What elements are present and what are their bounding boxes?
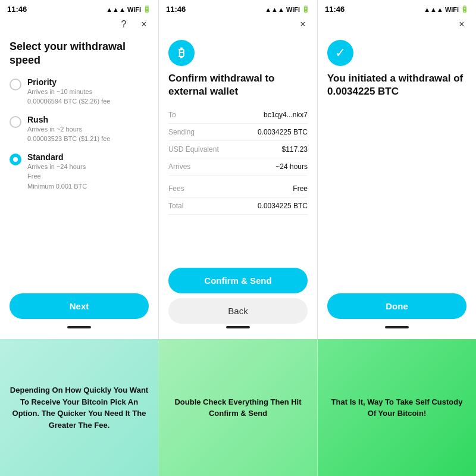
status-time-3: 11:46 bbox=[325, 5, 345, 14]
battery-icon-3: 🔋 bbox=[461, 5, 469, 13]
close-icon-1[interactable]: × bbox=[137, 17, 151, 32]
option-priority[interactable]: Priority Arrives in ~10 minutes0.0000659… bbox=[10, 77, 149, 107]
option-standard-text: Standard Arrives in ~24 hoursFreeMinimum… bbox=[27, 152, 87, 192]
priority-label: Priority bbox=[27, 77, 110, 87]
status-icons-1: ▲▲▲ WiFi 🔋 bbox=[106, 5, 151, 13]
screen-withdrawal-speed: 11:46 ▲▲▲ WiFi 🔋 ? × Select your withdra… bbox=[0, 0, 159, 339]
detail-fees: Fees Free bbox=[168, 180, 308, 198]
detail-arrives-label: Arrives bbox=[168, 162, 190, 171]
signal-icon: ▲▲▲ bbox=[106, 6, 126, 13]
radio-rush[interactable] bbox=[10, 116, 21, 128]
bottom-panel-3: That Is It, Way To Take Self Custody Of … bbox=[318, 339, 476, 476]
screen3-header: × bbox=[318, 16, 476, 35]
done-button[interactable]: Done bbox=[327, 293, 466, 319]
screen1-footer: Next bbox=[0, 289, 158, 339]
option-standard[interactable]: Standard Arrives in ~24 hoursFreeMinimum… bbox=[10, 152, 149, 192]
withdrawal-speed-title: Select your withdrawal speed bbox=[10, 40, 149, 68]
radio-standard[interactable] bbox=[10, 154, 21, 165]
detail-arrives-value: ~24 hours bbox=[275, 162, 308, 171]
bottom-text-3: That Is It, Way To Take Self Custody Of … bbox=[327, 396, 466, 419]
status-bar-2: 11:46 ▲▲▲ WiFi 🔋 bbox=[159, 0, 317, 16]
confirm-send-button[interactable]: Confirm & Send bbox=[168, 268, 308, 293]
signal-icon-2: ▲▲▲ bbox=[265, 6, 284, 13]
priority-desc: Arrives in ~10 minutes0.00006594 BTC ($2… bbox=[27, 87, 110, 107]
detail-usd-value: $117.23 bbox=[282, 145, 308, 154]
detail-total: Total 0.0034225 BTC bbox=[168, 198, 308, 215]
detail-to-label: To bbox=[168, 111, 176, 119]
signal-icon-3: ▲▲▲ bbox=[424, 6, 443, 13]
screen1-content: Select your withdrawal speed Priority Ar… bbox=[0, 35, 158, 289]
status-time-2: 11:46 bbox=[166, 5, 186, 14]
battery-icon-2: 🔋 bbox=[302, 5, 310, 13]
radio-priority[interactable] bbox=[10, 79, 21, 90]
rush-label: Rush bbox=[27, 115, 110, 124]
screen2-footer: Confirm & Send Back bbox=[159, 263, 317, 339]
home-indicator-3 bbox=[385, 326, 409, 328]
screen3-footer: Done bbox=[318, 289, 476, 339]
screen-withdrawal-initiated: 11:46 ▲▲▲ WiFi 🔋 × ✓ You initiated a wit… bbox=[318, 0, 476, 339]
standard-label: Standard bbox=[27, 152, 87, 162]
detail-sending: Sending 0.0034225 BTC bbox=[168, 124, 308, 141]
detail-sending-value: 0.0034225 BTC bbox=[258, 128, 308, 136]
detail-sending-label: Sending bbox=[168, 128, 195, 136]
wifi-icon-3: WiFi bbox=[445, 6, 459, 13]
detail-usd-label: USD Equivalent bbox=[168, 145, 219, 154]
status-bar-1: 11:46 ▲▲▲ WiFi 🔋 bbox=[0, 0, 158, 16]
battery-icon: 🔋 bbox=[143, 5, 151, 13]
detail-usd: USD Equivalent $117.23 bbox=[168, 141, 308, 158]
bottom-text-2: Double Check Everything Then Hit Confirm… bbox=[168, 396, 308, 419]
next-button[interactable]: Next bbox=[10, 293, 149, 319]
detail-total-value: 0.0034225 BTC bbox=[258, 202, 308, 210]
screen3-content: ✓ You initiated a withdrawal of 0.003422… bbox=[318, 35, 476, 289]
bottom-panel-1: Depending On How Quickly You Want To Rec… bbox=[0, 339, 158, 476]
wifi-icon: WiFi bbox=[127, 6, 141, 13]
detail-to-value: bc1qy4...nkx7 bbox=[264, 111, 308, 119]
detail-fees-value: Free bbox=[293, 184, 308, 193]
status-icons-2: ▲▲▲ WiFi 🔋 bbox=[265, 5, 310, 13]
bottom-text-1: Depending On How Quickly You Want To Rec… bbox=[10, 384, 149, 431]
check-icon: ✓ bbox=[327, 40, 353, 66]
detail-fees-label: Fees bbox=[168, 184, 184, 193]
status-bar-3: 11:46 ▲▲▲ WiFi 🔋 bbox=[318, 0, 476, 16]
confirm-title: Confirm withdrawal to external wallet bbox=[168, 72, 308, 98]
divider bbox=[168, 176, 308, 180]
detail-arrives: Arrives ~24 hours bbox=[168, 158, 308, 176]
screen-confirm-withdrawal: 11:46 ▲▲▲ WiFi 🔋 × ₿ Confirm withdrawal … bbox=[159, 0, 318, 339]
back-button[interactable]: Back bbox=[168, 298, 308, 324]
close-icon-2[interactable]: × bbox=[296, 17, 310, 32]
rush-desc: Arrives in ~2 hours0.00003523 BTC ($1.21… bbox=[27, 124, 110, 144]
help-icon[interactable]: ? bbox=[117, 17, 131, 32]
bottom-row: Depending On How Quickly You Want To Rec… bbox=[0, 339, 476, 476]
close-icon-3[interactable]: × bbox=[455, 17, 469, 32]
option-priority-text: Priority Arrives in ~10 minutes0.0000659… bbox=[27, 77, 110, 107]
standard-desc: Arrives in ~24 hoursFreeMinimum 0.001 BT… bbox=[27, 162, 87, 192]
option-rush[interactable]: Rush Arrives in ~2 hours0.00003523 BTC (… bbox=[10, 115, 149, 144]
option-rush-text: Rush Arrives in ~2 hours0.00003523 BTC (… bbox=[27, 115, 110, 144]
home-indicator-2 bbox=[226, 326, 250, 328]
status-icons-3: ▲▲▲ WiFi 🔋 bbox=[424, 5, 469, 13]
screen2-content: ₿ Confirm withdrawal to external wallet … bbox=[159, 35, 317, 263]
initiated-title: You initiated a withdrawal of 0.0034225 … bbox=[327, 72, 466, 98]
status-time-1: 11:46 bbox=[7, 5, 27, 14]
btc-icon: ₿ bbox=[168, 40, 195, 66]
wifi-icon-2: WiFi bbox=[286, 6, 300, 13]
screen2-header: × bbox=[159, 16, 317, 35]
bottom-panel-2: Double Check Everything Then Hit Confirm… bbox=[158, 339, 318, 476]
screen1-header: ? × bbox=[0, 16, 158, 35]
home-indicator-1 bbox=[67, 326, 91, 328]
detail-to: To bc1qy4...nkx7 bbox=[168, 107, 308, 124]
detail-total-label: Total bbox=[168, 202, 183, 210]
